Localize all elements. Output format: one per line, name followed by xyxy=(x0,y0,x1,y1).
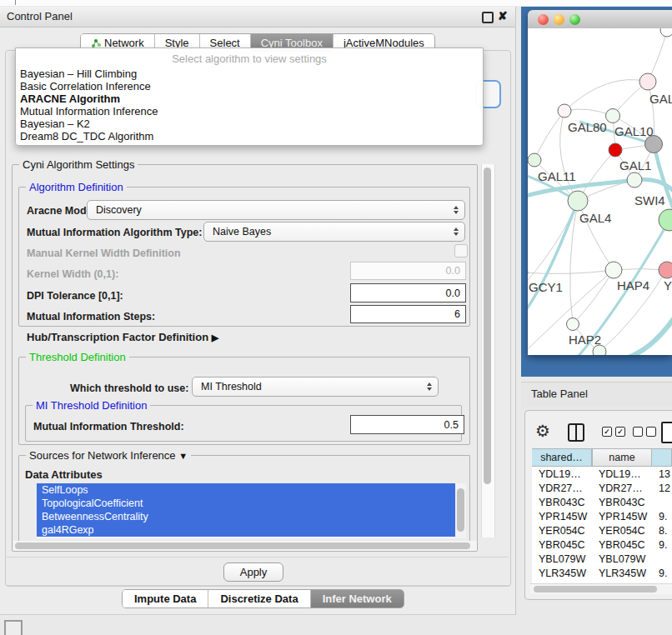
table-row[interactable]: YLR345WYLR345W9. xyxy=(532,566,672,580)
dropdown-item-selected[interactable]: ARACNE Algorithm xyxy=(20,92,120,105)
network-node-gal1-red[interactable] xyxy=(609,143,622,157)
dropdown-item[interactable]: Basic Correlation Inference xyxy=(20,80,151,92)
dpi-tolerance-field[interactable]: 0.0 xyxy=(350,283,466,302)
cell-value: 13 xyxy=(652,467,672,481)
which-threshold-label: Which threshold to use: xyxy=(70,382,188,394)
dpi-tolerance-label: DPI Tolerance [0,1]: xyxy=(27,290,123,302)
node-label: HAP4 xyxy=(617,278,649,292)
dropdown-item[interactable]: Dream8 DC_TDC Algorithm xyxy=(20,130,153,142)
settings-horizontal-scrollbar[interactable] xyxy=(13,541,477,551)
network-node-gal80[interactable] xyxy=(558,104,571,118)
table-row[interactable]: YBL079WYBL079W xyxy=(532,552,672,566)
which-threshold-combo[interactable]: MI Threshold xyxy=(192,377,439,397)
network-node-gal10[interactable] xyxy=(606,109,620,123)
chevron-right-icon: ▶ xyxy=(212,332,218,342)
dropdown-item[interactable]: Bayesian – K2 xyxy=(20,118,90,130)
column-header-cut[interactable] xyxy=(652,448,672,467)
mi-steps-field[interactable]: 6 xyxy=(350,305,466,323)
select-all-checkboxes-icon[interactable]: ✓ ✓ xyxy=(602,427,625,437)
network-node-salmon[interactable] xyxy=(659,262,672,278)
attribute-item-selected[interactable]: BetweennessCentrality xyxy=(37,510,455,523)
export-table-icon[interactable] xyxy=(661,422,672,443)
float-window-icon[interactable] xyxy=(482,12,494,23)
network-node-swi4[interactable] xyxy=(627,172,642,188)
cell-name: YDR27… xyxy=(592,481,652,495)
deselect-all-checkboxes-icon[interactable] xyxy=(633,427,656,437)
attribute-item-selected[interactable]: SelfLoops xyxy=(37,483,455,497)
table-row[interactable]: YDL19…YDL19…13 xyxy=(532,467,672,481)
node-label: GAL1 xyxy=(619,158,651,172)
column-layout-icon[interactable] xyxy=(568,423,584,442)
table-row[interactable]: YER054CYER054C8. xyxy=(532,523,672,538)
minimize-traffic-light-icon[interactable] xyxy=(554,14,564,25)
attributes-scrollbar-thumb[interactable] xyxy=(457,488,464,532)
threshold-definition-title: Threshold Definition xyxy=(26,351,129,363)
close-traffic-light-icon[interactable] xyxy=(538,14,549,25)
table-panel-title: Table Panel xyxy=(531,388,588,400)
minimized-widget-icon[interactable] xyxy=(4,620,23,635)
gear-icon[interactable]: ⚙ xyxy=(535,422,550,439)
kernel-width-label: Kernel Width (0,1): xyxy=(27,268,118,280)
cell-name: YDL19… xyxy=(592,467,652,481)
zoom-traffic-light-icon[interactable] xyxy=(569,14,580,25)
column-header-shared-name[interactable]: shared… xyxy=(532,448,592,467)
table-row[interactable]: YBR045CYBR045C9. xyxy=(532,538,672,552)
hub-definition-disclosure[interactable]: Hub/Transcription Factor Definition ▶ xyxy=(27,331,218,343)
close-icon[interactable]: ✘ xyxy=(498,9,508,22)
settings-hscrollbar-thumb[interactable] xyxy=(15,542,470,549)
cyni-settings-group-title: Cyni Algorithm Settings xyxy=(19,158,138,171)
node-label: GAL11 xyxy=(538,169,576,183)
checked-box-icon: ✓ xyxy=(615,427,625,437)
tab-discretize-data[interactable]: Discretize Data xyxy=(208,590,310,608)
network-node[interactable] xyxy=(660,28,672,37)
node-label: HAP2 xyxy=(569,332,601,347)
cell-shared: YLR345W xyxy=(532,566,592,580)
hub-definition-label: Hub/Transcription Factor Definition xyxy=(27,331,208,343)
network-graph: GAL GAL80 GAL10 GAL1 GAL11 SWI4 GAL4 HAP… xyxy=(528,28,672,355)
network-node-bright-green[interactable] xyxy=(659,209,672,231)
node-table: shared… name YDL19…YDL19…13 YDR27…YDR27…… xyxy=(532,448,672,583)
attributes-list-scrollbar[interactable] xyxy=(455,483,466,538)
table-row[interactable]: YDR27…YDR27…12 xyxy=(532,481,672,495)
attribute-item-selected[interactable]: gal4RGexp xyxy=(37,523,455,537)
network-window-titlebar[interactable] xyxy=(528,10,672,29)
tab-infer-network[interactable]: Infer Network xyxy=(311,590,404,608)
table-row[interactable]: YBR043CYBR043C xyxy=(532,495,672,509)
kernel-width-field[interactable]: 0.0 xyxy=(350,262,466,280)
apply-button[interactable]: Apply xyxy=(223,562,283,582)
network-node-hap2[interactable] xyxy=(567,318,579,331)
cell-name: YBL079W xyxy=(592,552,652,566)
node-label: GAL80 xyxy=(568,120,607,134)
network-edges-highlighted[interactable] xyxy=(528,122,672,355)
dpi-tolerance-value: 0.0 xyxy=(446,288,460,299)
table-horizontal-scrollbar[interactable] xyxy=(530,583,672,594)
network-node-gal11[interactable] xyxy=(528,153,541,167)
settings-vscrollbar-thumb[interactable] xyxy=(484,168,491,484)
aracne-mode-combo[interactable]: Discovery xyxy=(87,200,465,220)
stepper-icon xyxy=(454,206,459,214)
mi-threshold-label: Mutual Information Threshold: xyxy=(33,421,184,432)
dropdown-item[interactable]: Bayesian – Hill Climbing xyxy=(20,68,137,80)
desktop-top-strip xyxy=(0,0,672,6)
cell-shared: YBR043C xyxy=(532,495,592,509)
table-hscrollbar-thumb[interactable] xyxy=(534,586,657,592)
sources-group-title[interactable]: Sources for Network Inference ▼ xyxy=(26,449,191,462)
cell-value: 9. xyxy=(652,566,672,580)
column-header-name[interactable]: name xyxy=(592,448,652,467)
attribute-item-selected[interactable]: TopologicalCoefficient xyxy=(37,497,455,510)
cyni-bottom-tabbar: Impute Data Discretize Data Infer Networ… xyxy=(122,589,404,608)
cell-name: YPR145W xyxy=(592,509,652,523)
control-panel-title: Control Panel xyxy=(7,10,73,22)
tab-impute-data[interactable]: Impute Data xyxy=(123,590,208,608)
mi-threshold-field[interactable]: 0.5 xyxy=(350,415,464,434)
network-node-hap4[interactable] xyxy=(605,262,622,278)
settings-vertical-scrollbar[interactable] xyxy=(481,164,495,538)
dropdown-item[interactable]: Mutual Information Inference xyxy=(20,105,158,118)
network-node-gal-cut[interactable] xyxy=(639,73,656,90)
data-attributes-list: SelfLoops TopologicalCoefficient Between… xyxy=(37,483,455,538)
manual-kernel-checkbox[interactable] xyxy=(454,244,468,258)
network-canvas[interactable]: GAL GAL80 GAL10 GAL1 GAL11 SWI4 GAL4 HAP… xyxy=(528,28,672,355)
network-node-gal4[interactable] xyxy=(568,191,588,211)
table-row[interactable]: YPR145WYPR145W9. xyxy=(532,509,672,523)
mi-type-combo[interactable]: Naive Bayes xyxy=(203,222,465,242)
